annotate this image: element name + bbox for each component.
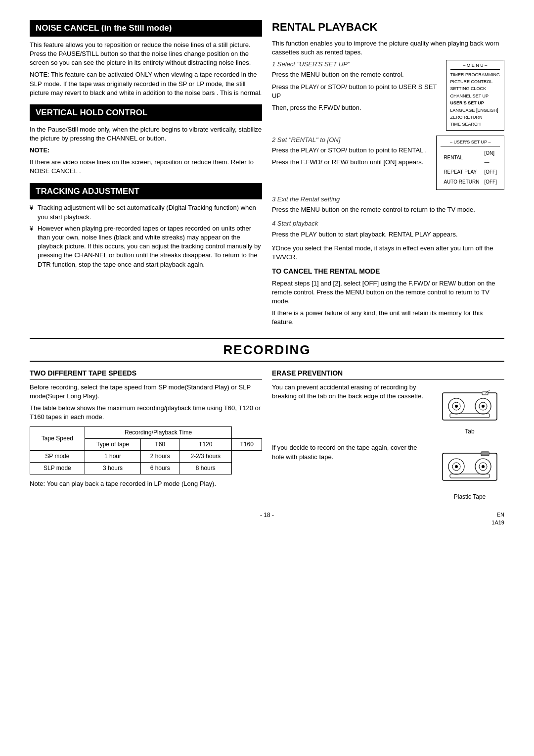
step3-num: 3 Exit the Rental setting (272, 195, 504, 204)
rental-step2: – USER'S SET UP – RENTAL[ON]— REPEAT PLA… (272, 136, 504, 190)
tracking-header: TRACKING ADJUSTMENT (30, 183, 262, 200)
col-recording-time: Recording/Playback Time (85, 427, 232, 439)
sp-t160: 2-2/3 hours (179, 450, 232, 462)
rental-settings-box: – USER'S SET UP – RENTAL[ON]— REPEAT PLA… (436, 136, 504, 190)
cancel-header: TO CANCEL THE RENTAL MODE (272, 267, 504, 277)
cassette-plastic-area: Plastic Tape (435, 448, 504, 501)
rec-right: ERASE PREVENTION You can prevent acciden… (272, 369, 504, 501)
step4-num: 4 Start playback (272, 219, 504, 228)
col-t120: T120 (179, 439, 232, 451)
vertical-hold-note: If there are video noise lines on the sc… (30, 158, 262, 176)
noise-cancel-header: NOISE CANCEL (in the Still mode) (30, 20, 262, 37)
rental-step3: 3 Exit the Rental setting Press the MENU… (272, 195, 504, 214)
right-column: RENTAL PLAYBACK This function enables yo… (272, 20, 504, 330)
slp-t120: 6 hours (141, 462, 179, 474)
rental-header: RENTAL PLAYBACK (272, 20, 504, 35)
vertical-hold-header: VERTICAL HOLD CONTROL (30, 104, 262, 121)
svg-point-3 (455, 405, 458, 408)
cancel-text: Repeat steps [1] and [2], select [OFF] u… (272, 279, 504, 306)
vertical-hold-body: In the Pause/Still mode only, when the p… (30, 125, 262, 143)
svg-point-13 (455, 465, 458, 468)
rental-step4: 4 Start playback Press the PLAY button t… (272, 219, 504, 238)
page-lang: EN 1A19 (491, 511, 504, 526)
table-row-sp: SP mode 1 hour 2 hours 2-2/3 hours (30, 450, 262, 462)
two-speeds-header: TWO DIFFERENT TAPE SPEEDS (30, 369, 262, 380)
plastic-label: Plastic Tape (454, 493, 486, 501)
cassette-tab-area: Tab (435, 388, 504, 436)
sp-t60: 1 hour (85, 450, 140, 462)
rec-left: TWO DIFFERENT TAPE SPEEDS Before recordi… (30, 369, 262, 501)
step3-text: Press the MENU button on the remote cont… (272, 205, 504, 214)
slp-t160: 8 hours (179, 462, 232, 474)
slp-t60: 3 hours (85, 462, 140, 474)
cassette-plastic-svg (438, 448, 502, 493)
tab-label: Tab (465, 427, 474, 436)
erase-text1: You can prevent accidental erasing of re… (272, 383, 430, 401)
page-number: - 18 - (260, 511, 274, 520)
plastic-text: If you decide to record on the tape agai… (272, 443, 430, 461)
svg-rect-0 (443, 393, 497, 420)
rental-step1: – M E N U – TIMER PROGRAMMING PICTURE CO… (272, 60, 504, 131)
col-type: Type of tape (85, 439, 140, 451)
noise-cancel-note: NOTE: This feature can be activated ONLY… (30, 70, 262, 97)
col-tape-speed: Tape Speed (30, 427, 85, 451)
two-speeds-text2: The table below shows the maximum record… (30, 404, 262, 422)
tracking-bullet2: However when playing pre-recorded tapes … (30, 224, 262, 269)
menu-box: – M E N U – TIMER PROGRAMMING PICTURE CO… (446, 60, 505, 131)
top-section: NOISE CANCEL (in the Still mode) This fe… (30, 20, 504, 330)
col-t160: T160 (232, 439, 262, 451)
erase-header: ERASE PREVENTION (272, 369, 504, 380)
left-column: NOISE CANCEL (in the Still mode) This fe… (30, 20, 262, 330)
two-speeds-text1: Before recording, select the tape speed … (30, 383, 262, 401)
table-row-slp: SLP mode 3 hours 6 hours 8 hours (30, 462, 262, 474)
svg-point-16 (482, 465, 485, 468)
slp-mode: SLP mode (30, 462, 85, 474)
step4-text: Press the PLAY button to start playback.… (272, 230, 504, 239)
sp-t120: 2 hours (141, 450, 179, 462)
svg-rect-10 (443, 453, 497, 480)
sp-mode: SP mode (30, 450, 85, 462)
once-note: ¥Once you select the Rental mode, it sta… (272, 244, 504, 262)
recording-section: RECORDING TWO DIFFERENT TAPE SPEEDS Befo… (30, 338, 504, 502)
page-footer: - 18 - EN 1A19 (30, 511, 504, 520)
vertical-hold-note-header: NOTE: (30, 146, 49, 154)
tracking-bullet1: Tracking adjustment will be set automati… (30, 203, 262, 221)
recording-two-col: TWO DIFFERENT TAPE SPEEDS Before recordi… (30, 369, 504, 501)
cassette-tab-svg (438, 388, 502, 427)
tape-table: Tape Speed Recording/Playback Time Type … (30, 426, 262, 474)
power-note: If there is a power failure of any kind,… (272, 309, 504, 327)
recording-title: RECORDING (30, 338, 504, 362)
col-t60: T60 (141, 439, 179, 451)
svg-point-6 (482, 405, 485, 408)
recording-note: Note: You can play back a tape recorded … (30, 479, 262, 488)
noise-cancel-body: This feature allows you to reposition or… (30, 41, 262, 68)
rental-intro: This function enables you to improve the… (272, 39, 504, 57)
